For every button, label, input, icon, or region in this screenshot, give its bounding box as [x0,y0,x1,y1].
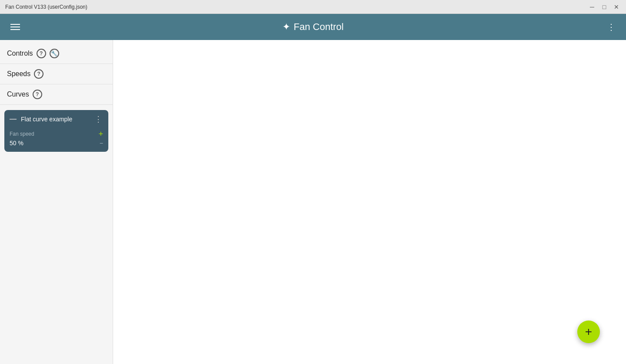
header-left [7,22,23,32]
hamburger-line-2 [10,27,20,27]
close-button[interactable]: ✕ [612,3,621,11]
header-more-button[interactable]: ⋮ [603,20,619,34]
header-center: ✦ Fan Control [282,21,344,33]
minimize-button[interactable]: ─ [588,3,596,11]
fan-icon: ✦ [282,21,290,33]
fan-speed-value-row: 50 % − [10,140,103,147]
fan-speed-value: 50 % [10,140,23,147]
main-layout: Controls ? 🔧 Speeds ? Curves ? — Flat cu… [0,40,626,364]
speeds-help-icon[interactable]: ? [34,69,44,79]
title-bar: Fan Control V133 (userConfig.json) ─ □ ✕ [0,0,626,14]
title-bar-text: Fan Control V133 (userConfig.json) [5,4,87,10]
curve-card-body: Fan speed + 50 % − [4,128,108,152]
restore-button[interactable]: □ [600,3,609,11]
add-fab-button[interactable]: + [577,321,600,343]
controls-help-icon[interactable]: ? [37,49,46,58]
fan-speed-row: Fan speed + [10,130,103,138]
main-content [113,40,626,364]
speeds-section-header: Speeds ? [7,69,106,79]
fan-speed-add-button[interactable]: + [98,130,103,138]
curves-section: Curves ? [0,84,113,105]
sidebar: Controls ? 🔧 Speeds ? Curves ? — Flat cu… [0,40,113,364]
curve-card-title: Flat curve example [21,116,89,123]
header-right: ⋮ [603,20,619,34]
title-bar-controls: ─ □ ✕ [588,3,621,11]
hamburger-line-3 [10,29,20,30]
hamburger-line-1 [10,24,20,25]
curves-section-header: Curves ? [7,90,106,99]
hamburger-button[interactable] [7,22,23,32]
fan-speed-dash: − [100,140,103,147]
flat-curve-card: — Flat curve example ⋮ Fan speed + 50 % … [4,110,108,152]
flat-curve-icon: — [10,116,17,123]
app-header: ✦ Fan Control ⋮ [0,14,626,40]
controls-section: Controls ? 🔧 [0,43,113,64]
controls-label: Controls [7,50,33,57]
curves-help-icon[interactable]: ? [33,90,42,99]
speeds-section: Speeds ? [0,64,113,84]
curve-card-header: — Flat curve example ⋮ [4,110,108,128]
controls-wrench-icon[interactable]: 🔧 [50,49,59,58]
app-title: Fan Control [294,21,344,33]
fan-speed-label: Fan speed [10,131,34,137]
speeds-label: Speeds [7,70,30,78]
curve-more-button[interactable]: ⋮ [94,114,103,124]
curves-label: Curves [7,90,29,98]
controls-section-header: Controls ? 🔧 [7,49,106,58]
